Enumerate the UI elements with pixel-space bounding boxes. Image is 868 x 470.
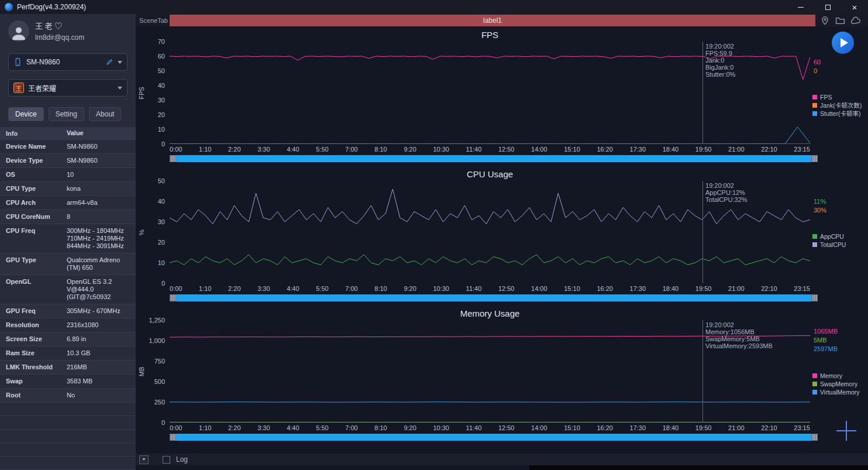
chart-scrollbar[interactable] xyxy=(170,155,818,162)
x-tick-label: 23:15 xyxy=(794,285,810,293)
legend-swatch-icon xyxy=(812,103,817,108)
row-label: Screen Size xyxy=(0,335,66,342)
current-value: 1065MB xyxy=(814,327,868,336)
y-tick-label: 750 xyxy=(154,358,165,365)
crosshair-line xyxy=(702,320,703,423)
scrollbar-thumb[interactable] xyxy=(176,294,811,301)
scrollbar-handle-left[interactable] xyxy=(170,294,176,301)
y-tick-label: 40 xyxy=(158,82,165,89)
log-checkbox[interactable] xyxy=(163,456,170,464)
app-select[interactable]: 王 王者荣耀 xyxy=(8,79,128,97)
legend: FPSJank(卡顿次数)Stutter(卡顿率) xyxy=(812,93,862,118)
location-pin-icon[interactable] xyxy=(820,16,830,26)
x-tick-label: 12:50 xyxy=(498,285,515,293)
chart-title: Memory Usage xyxy=(170,308,810,319)
x-tick-label: 2:20 xyxy=(228,146,240,154)
tooltip-line: TotalCPU:32% xyxy=(705,196,748,203)
scene-toolbar xyxy=(820,16,868,26)
table-row: Resolution2316x1080 xyxy=(0,318,136,332)
table-row: CPU Freq300MHz - 1804MHz710MHz - 2419MHz… xyxy=(0,224,136,253)
chart-scrollbar[interactable] xyxy=(170,434,818,441)
y-tick-label: 10 xyxy=(158,259,165,266)
legend-label: SwapMemory xyxy=(820,380,857,387)
maximize-button[interactable] xyxy=(814,0,841,14)
legend-label: Stutter(卡顿率) xyxy=(820,109,860,118)
chevron-down-icon xyxy=(118,87,122,90)
close-button[interactable]: × xyxy=(841,0,868,14)
x-tick-label: 11:40 xyxy=(466,285,482,293)
play-button[interactable] xyxy=(832,32,854,54)
table-row: Ram Size10.3 GB xyxy=(0,347,136,361)
x-tick-label: 7:00 xyxy=(345,285,357,293)
tooltip-line: Stutter:0% xyxy=(705,71,735,78)
x-tick-label: 14:00 xyxy=(531,285,547,293)
row-value: SM-N9860 xyxy=(66,143,136,150)
x-tick-label: 5:50 xyxy=(316,146,328,154)
cloud-icon[interactable] xyxy=(850,16,861,26)
plot-area: 19:20:002Memory:1056MBSwapMemory:5MBVirt… xyxy=(170,320,810,423)
legend: MemorySwapMemoryVirtualMemory xyxy=(812,372,860,396)
row-label: LMK Threshold xyxy=(0,363,66,370)
x-tick-label: 22:10 xyxy=(761,285,777,293)
legend-item: SwapMemory xyxy=(812,380,860,388)
chart-scrollbar[interactable] xyxy=(170,294,818,301)
plot-area: 19:20:002FPS:59.9Jank:0BigJank:0Stutter:… xyxy=(170,42,810,144)
scenetab-label[interactable]: SceneTab xyxy=(139,17,170,24)
x-tick-label: 10:30 xyxy=(433,424,449,433)
scrollbar-handle-left[interactable] xyxy=(170,155,176,162)
legend-label: FPS xyxy=(820,94,832,101)
scrollbar-handle-right[interactable] xyxy=(811,155,818,162)
window-controls: × xyxy=(787,0,868,14)
tooltip-line: BigJank:0 xyxy=(705,64,735,71)
info-table-body: Device NameSM-N9860Device TypeSM-N9860OS… xyxy=(0,140,136,403)
x-tick-label: 18:40 xyxy=(663,146,679,154)
scrollbar-thumb[interactable] xyxy=(176,155,811,162)
device-select[interactable]: SM-N9860 xyxy=(8,53,128,71)
row-value: 10.3 GB xyxy=(66,349,136,357)
table-row: LMK Threshold216MB xyxy=(0,361,136,375)
scrollbar-handle-right[interactable] xyxy=(811,294,818,301)
x-tick-label: 21:00 xyxy=(728,424,745,433)
tab-device[interactable]: Device xyxy=(8,107,44,121)
x-tick-label: 9:20 xyxy=(404,424,416,433)
row-value: 216MB xyxy=(66,363,136,371)
scene-label-text: label1 xyxy=(483,16,502,25)
scrollbar-handle-left[interactable] xyxy=(170,434,176,441)
row-label: Device Name xyxy=(0,143,66,150)
folder-icon[interactable] xyxy=(835,16,845,26)
row-label: CPU Arch xyxy=(0,199,66,206)
row-value: 305MHz - 670MHz xyxy=(66,307,136,315)
row-value: 8 xyxy=(66,213,136,221)
table-row: Device TypeSM-N9860 xyxy=(0,154,136,168)
scrollbar-thumb[interactable] xyxy=(176,434,811,441)
table-row: Swap3583 MB xyxy=(0,375,136,389)
row-label: GPU Type xyxy=(0,256,66,263)
table-row: OS10 xyxy=(0,168,136,182)
legend-swatch-icon xyxy=(812,373,817,378)
plot-area: 19:20:002AppCPU:12%TotalCPU:32% xyxy=(170,181,810,283)
table-row: GPU TypeQualcomm Adreno(TM) 650 xyxy=(0,253,136,275)
y-axis-label: % xyxy=(138,229,145,235)
row-label: Resolution xyxy=(0,321,66,328)
x-tick-label: 1:10 xyxy=(199,146,211,154)
row-label: CPU Type xyxy=(0,185,66,192)
tab-about[interactable]: About xyxy=(89,107,121,121)
row-value: SM-N9860 xyxy=(66,157,136,164)
chart-cpu: CPU Usage%5040302010019:20:002AppCPU:12%… xyxy=(136,169,868,301)
tab-setting[interactable]: Setting xyxy=(49,107,84,121)
scrollbar-handle-right[interactable] xyxy=(811,434,818,441)
play-icon xyxy=(841,38,848,47)
table-row: CPU Typekona xyxy=(0,182,136,196)
x-tick-label: 15:10 xyxy=(564,146,580,154)
minimize-button[interactable] xyxy=(787,0,814,14)
y-tick-label: 20 xyxy=(158,111,165,118)
collapse-button[interactable] xyxy=(139,455,149,464)
row-value: OpenGL ES 3.2V@444.0(GIT@7c50932 xyxy=(66,278,136,301)
perfdog-window: PerfDog(v4.3.200924) × 王 老 ♡ lm8dir@qq.c… xyxy=(0,0,868,470)
x-tick-label: 23:15 xyxy=(794,146,810,154)
x-tick-label: 14:00 xyxy=(531,146,547,154)
add-chart-icon[interactable] xyxy=(836,421,856,441)
person-icon xyxy=(10,24,27,42)
scene-label-bar[interactable]: label1 xyxy=(170,15,815,26)
row-label: Ram Size xyxy=(0,349,66,356)
